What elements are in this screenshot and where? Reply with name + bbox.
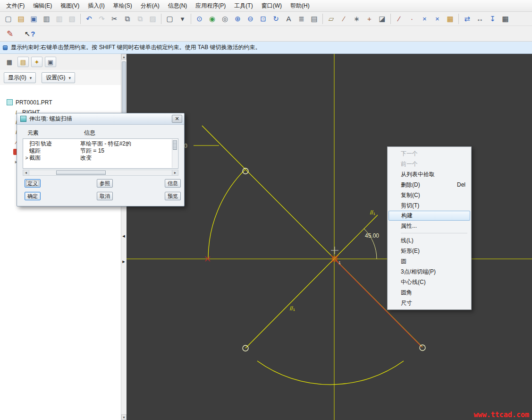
find-icon[interactable]: ◎ [219,13,231,25]
bottom-arc[interactable] [257,361,404,385]
tree-item-prt0001[interactable]: PRT0001.PRT [0,97,121,107]
sketcher-mode-icon[interactable]: ✎ [3,27,17,40]
ctx-next[interactable]: 下一个 [388,148,470,159]
menu-view[interactable]: 视图(V) [56,0,84,12]
select-items-icon[interactable]: ⊙ [193,13,206,25]
menu-sketch[interactable]: 草绘(S) [109,0,136,12]
line-tool-icon[interactable]: ∕ [393,13,405,25]
datum-point-icon[interactable]: ∗ [350,13,363,25]
menu-window[interactable]: 窗口(W) [257,0,286,12]
list-horizontal-scrollbar[interactable]: ◂ ▸ [23,170,178,176]
menu-analysis[interactable]: 分析(A) [136,0,164,12]
ctx-properties[interactable]: 属性... [388,221,470,231]
copy-icon[interactable]: ⧉ [121,13,134,25]
new-file-icon[interactable]: ▢ [2,13,15,25]
ctx-delete[interactable]: 删除(D) Del [388,180,470,190]
model-tree-toggle-icon[interactable]: ▦ [4,57,15,67]
panel-scrollbar[interactable]: ▴ ◂ ▸ ▾ [121,54,127,420]
dialog-title-bar[interactable]: 伸出项: 螺旋扫描 ✕ [17,113,184,125]
ctx-construction[interactable]: 构建 [388,211,470,221]
ctx-3point-tangent[interactable]: 3点/相切端(P) [388,266,470,277]
ctx-rectangle[interactable]: 矩形(E) [388,246,470,256]
paste-icon[interactable]: ⧉ [134,13,146,25]
angle-dimension-label[interactable]: 45.00 [365,232,379,239]
fit-width-icon[interactable]: ↔ [473,13,486,25]
ctx-cut[interactable]: 剪切(T) [388,200,470,211]
ctx-fillet[interactable]: 圆角 [388,287,470,298]
snap-to-grid-icon[interactable]: ↧ [486,13,499,25]
selection-filter-icon[interactable]: ▢ [163,13,176,25]
element-row[interactable]: 扫引轨迹 草绘平面 - 特征#2的 [24,140,170,147]
redo-icon[interactable]: ↷ [95,13,108,25]
folder-add-icon[interactable]: ▤ [17,57,29,67]
delete-segment-icon[interactable]: × [418,13,431,25]
datum-plane-icon[interactable]: ▱ [325,13,338,25]
list-vertical-scrollbar[interactable] [172,139,177,168]
ctx-dimension[interactable]: 尺寸 [388,298,470,308]
ctx-previous[interactable]: 前一个 [388,159,470,169]
save-file-icon[interactable]: ▣ [27,13,40,25]
saved-views-icon[interactable]: A [282,13,295,25]
panel-expand-icon[interactable]: ▸ [120,258,127,265]
favorites-icon[interactable]: ✦ [31,57,42,67]
scroll-right-icon[interactable]: ▸ [172,170,178,175]
menu-help[interactable]: 帮助(H) [286,0,314,12]
show-dropdown[interactable]: 显示(0) ▾ [4,72,36,83]
info-button[interactable]: 信息 [165,179,181,188]
scroll-up-icon[interactable]: ▴ [121,54,127,60]
view-manager-icon[interactable]: ▤ [308,13,321,25]
element-row[interactable]: 螺距 节距 = 15 [24,147,170,154]
sketch-tool-icon[interactable]: ◪ [376,13,388,25]
point-tool-icon[interactable]: · [405,13,418,25]
open-file-icon[interactable]: ▤ [15,13,27,25]
erase-display-icon[interactable]: ▥ [53,13,66,25]
ctx-line[interactable]: 线(L) [388,235,470,246]
cancel-button[interactable]: 取消 [97,192,113,200]
endpoint-circle[interactable] [420,345,425,351]
menu-insert[interactable]: 插入(I) [84,0,109,12]
ctx-pick-from-list[interactable]: 从列表中拾取 [388,169,470,180]
diagonal-line-2[interactable] [245,215,378,348]
paste-special-icon[interactable]: ▨ [146,13,159,25]
context-help-icon[interactable]: ↖ ? [23,27,37,40]
coordinate-system-icon[interactable]: + [363,13,376,25]
history-icon[interactable]: ▣ [45,57,56,67]
repaint-icon[interactable]: ↻ [270,13,282,25]
cut-icon[interactable]: ✂ [108,13,121,25]
datum-axis-icon[interactable]: ∕ [338,13,350,25]
element-row[interactable]: > 截面 改变 [24,154,170,162]
layers-icon[interactable]: ≣ [295,13,308,25]
menu-file[interactable]: 文件(F) [2,0,29,12]
settings-dropdown[interactable]: 设置(G) ▾ [42,72,75,83]
ctx-centerline[interactable]: 中心线(C) [388,277,470,287]
delete-old-versions-icon[interactable]: ▧ [66,13,78,25]
menu-tools[interactable]: 工具(T) [230,0,257,12]
preview-button[interactable]: 预览 [165,192,181,200]
zoom-fit-icon[interactable]: ⊡ [257,13,270,25]
define-button[interactable]: 定义 [25,179,41,188]
menu-applications[interactable]: 应用程序(P) [191,0,230,12]
palette-icon[interactable]: ▦ [444,13,456,25]
undo-icon[interactable]: ↶ [83,13,95,25]
references-button[interactable]: 参照 [97,179,113,188]
ok-button[interactable]: 确定 [25,192,41,200]
scroll-left-icon[interactable]: ◂ [23,170,29,175]
close-icon[interactable]: ✕ [172,115,182,123]
scrollbar-thumb[interactable] [173,140,177,150]
selection-filter-dropdown-icon[interactable]: ▾ [176,13,189,25]
panel-collapse-icon[interactable]: ◂ [120,232,127,239]
scroll-down-icon[interactable]: ▾ [121,414,127,420]
upper-left-arc[interactable] [208,170,245,259]
highlight-geometry-icon[interactable]: ◉ [206,13,219,25]
zoom-in-icon[interactable]: ⊕ [231,13,244,25]
swap-views-icon[interactable]: ⇄ [461,13,473,25]
grid-icon[interactable]: ▦ [499,13,512,25]
ctx-copy[interactable]: 复制(C) [388,190,470,200]
ctx-circle[interactable]: 圆 [388,256,470,266]
zoom-out-icon[interactable]: ⊖ [244,13,257,25]
menu-info[interactable]: 信息(N) [164,0,192,12]
scrollbar-thumb[interactable] [56,171,106,175]
menu-edit[interactable]: 编辑(E) [29,0,56,12]
print-icon[interactable]: ▥ [40,13,53,25]
trim-tool-icon[interactable]: × [431,13,444,25]
